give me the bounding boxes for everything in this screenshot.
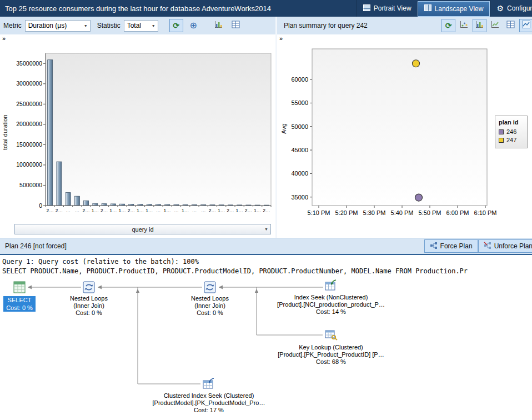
scatter-chart-icon [460, 21, 468, 31]
svg-text:5:20 PM: 5:20 PM [335, 209, 358, 216]
nested-loops-icon[interactable] [203, 280, 217, 294]
svg-text:45000: 45000 [291, 147, 308, 153]
svg-text:50000: 50000 [291, 123, 308, 130]
collapse-left-chart-button[interactable]: » [2, 35, 6, 42]
total-duration-bar-chart[interactable]: 0500000010000000150000002000000025000000… [9, 49, 273, 224]
execution-plan-canvas[interactable]: SELECT Cost: 0 % Nested Loops(Inner Join… [0, 278, 532, 420]
svg-text:25000000: 25000000 [16, 101, 42, 107]
unforce-plan-icon [484, 242, 491, 251]
query-sql-line: SELECT PRODUCT.Name, PRODUCT.ProductID, … [2, 267, 530, 276]
unforce-plan-button[interactable]: Unforce Plan [478, 239, 532, 253]
svg-text:1…: 1… [109, 208, 117, 213]
metric-label: Metric [3, 22, 22, 29]
svg-text:0: 0 [39, 202, 42, 209]
title-bar: Top 25 resource consumers during the las… [0, 0, 532, 17]
select-operator-icon[interactable] [12, 280, 27, 294]
landscape-layout-icon [424, 4, 431, 13]
scatter-view-button[interactable] [457, 19, 471, 32]
svg-text:5000000: 5000000 [19, 182, 42, 188]
plan-summary-chart-pane: » Avg 3500040000450005000055000600005:10… [277, 34, 532, 238]
svg-text:1…: 1… [137, 208, 144, 213]
query-cost-line: Query 1: Query cost (relative to the bat… [2, 257, 530, 267]
svg-text:2…: 2… [128, 208, 135, 213]
bar-chart-icon [214, 21, 223, 31]
svg-text:…: … [156, 208, 161, 213]
plan-header-bar: Plan 246 [not forced] Force Plan Unforce… [0, 238, 532, 255]
refresh-button[interactable]: ⟳ [169, 19, 183, 32]
chart-view-button[interactable] [473, 19, 486, 32]
plan-summary-title: Plan summary for query 242 [284, 22, 368, 29]
index-seek-icon[interactable] [324, 278, 338, 293]
svg-text:2…: 2… [82, 208, 89, 213]
svg-text:2…: 2… [101, 208, 108, 213]
chevron-down-icon: ▼ [82, 24, 90, 28]
metric-dropdown[interactable]: Duration (µs) ▼ [25, 20, 91, 32]
svg-text:6:10 PM: 6:10 PM [474, 209, 497, 216]
svg-text:2…: 2… [47, 208, 54, 213]
landscape-view-button[interactable]: Landscape View [418, 1, 490, 17]
statistic-label: Statistic [97, 22, 121, 29]
plan-header-title: Plan 246 [not forced] [5, 242, 67, 250]
bar-chart-icon [475, 21, 484, 31]
plan-summary-toolbar: Plan summary for query 242 ⟳ [277, 17, 532, 34]
line-view-button[interactable] [488, 19, 502, 32]
index-seek-label: Index Seek (NonClustered)[Product].[NCI_… [253, 294, 409, 316]
refresh-icon: ⟳ [173, 22, 179, 29]
svg-text:1…: 1… [118, 208, 126, 213]
legend-item[interactable]: 247 [499, 137, 524, 143]
select-operator-label[interactable]: SELECT Cost: 0 % [3, 296, 36, 312]
query-text-panel: Query 1: Query cost (relative to the bat… [0, 255, 532, 278]
plan-summary-scatter-chart[interactable]: 3500040000450005000055000600005:10 PM5:2… [277, 40, 531, 232]
legend-item[interactable]: 246 [499, 128, 524, 135]
nested-loops-label: Nested Loops(Inner Join)Cost: 0 % [53, 295, 125, 317]
chevron-down-icon: ▼ [264, 227, 268, 231]
key-lookup-icon[interactable] [324, 328, 338, 342]
grid-view-button[interactable] [504, 19, 518, 32]
x-axis-field-dropdown[interactable]: query id ▼ [14, 224, 271, 234]
force-plan-icon [430, 242, 438, 251]
chevron-down-icon: ▼ [149, 24, 158, 28]
svg-text:2…: 2… [245, 208, 252, 213]
svg-text:55000: 55000 [291, 99, 308, 106]
svg-text:…: … [174, 208, 179, 213]
force-plan-button[interactable]: Force Plan [424, 239, 478, 253]
nested-loops-icon[interactable] [82, 280, 96, 294]
metric-toolbar: Metric Duration (µs) ▼ Statistic Total ▼… [0, 17, 277, 34]
clustered-index-seek-icon[interactable] [202, 377, 216, 391]
track-query-button[interactable]: ⊕ [187, 19, 200, 32]
total-duration-chart-pane: » total duration 05000000100000001500000… [0, 34, 277, 238]
grid-icon [232, 21, 240, 31]
statistic-dropdown[interactable]: Total ▼ [124, 20, 158, 32]
x-axis-title: query id [132, 226, 153, 233]
compare-plans-button[interactable] [519, 19, 532, 32]
svg-text:2…: 2… [56, 208, 63, 213]
plan-247-swatch [499, 138, 504, 143]
nested-loops-label: Nested Loops(Inner Join)Cost: 0 % [174, 295, 246, 317]
configure-button[interactable]: ⚙ Configure [490, 0, 532, 17]
svg-text:2…: 2… [227, 208, 234, 213]
svg-text:1…: 1… [218, 208, 225, 213]
svg-text:10000000: 10000000 [16, 161, 42, 168]
crosshair-icon: ⊕ [189, 21, 197, 30]
refresh-plan-summary-button[interactable]: ⟳ [441, 19, 455, 32]
clustered-index-seek-label: Clustered Index Seek (Clustered)[Product… [131, 392, 287, 414]
plan-id-legend: plan id 246 247 [495, 116, 528, 148]
svg-text:…: … [66, 208, 71, 213]
trend-chart-icon [522, 21, 530, 31]
svg-text:1…: 1… [92, 208, 99, 213]
view-chart-button[interactable] [212, 19, 225, 32]
svg-text:35000000: 35000000 [16, 60, 42, 67]
svg-text:1…: 1… [145, 208, 153, 213]
svg-text:1…: 1… [182, 208, 189, 213]
portrait-view-button[interactable]: Portrait View [357, 0, 418, 17]
gear-icon: ⚙ [496, 4, 504, 12]
svg-text:2…: 2… [209, 208, 216, 213]
svg-text:1…: 1… [236, 208, 243, 213]
svg-text:5:30 PM: 5:30 PM [363, 209, 386, 216]
legend-title: plan id [499, 119, 524, 126]
charts-area: » total duration 05000000100000001500000… [0, 34, 532, 238]
view-grid-button[interactable] [229, 19, 243, 32]
svg-text:5:40 PM: 5:40 PM [391, 209, 414, 216]
page-title: Top 25 resource consumers during the las… [0, 4, 357, 13]
svg-text:2…: 2… [263, 208, 270, 213]
